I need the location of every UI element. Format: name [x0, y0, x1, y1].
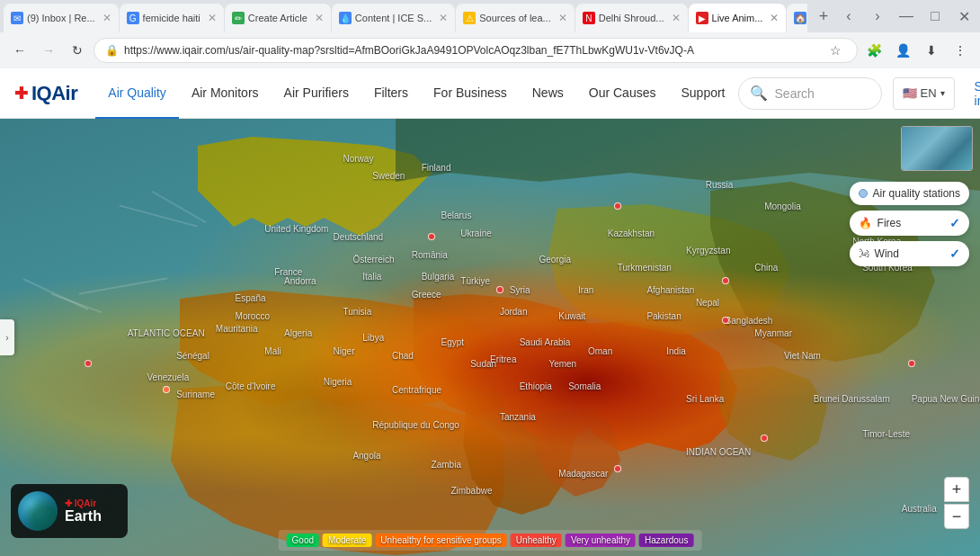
- fires-chip[interactable]: 🔥 Fires ✓: [850, 211, 969, 236]
- signin-button[interactable]: Sign in: [962, 77, 980, 110]
- browser-tab-tab5[interactable]: ⚠ Sources of lea... ✕: [456, 4, 575, 32]
- flag-selector[interactable]: 🇺🇸 EN ▾: [893, 77, 955, 110]
- legend-item-unhealthy-for-sensitive-groups: Unhealthy for sensitive groups: [375, 534, 507, 547]
- extensions-button[interactable]: 🧩: [861, 38, 886, 63]
- wind-label: Wind: [875, 247, 944, 260]
- browser-tab-tab2[interactable]: G femicide haiti ✕: [120, 4, 224, 32]
- zoom-controls: + −: [944, 477, 969, 529]
- map-marker-9[interactable]: [163, 386, 170, 393]
- earth-logo-mark: ✚ IQAir: [65, 498, 102, 508]
- iqair-earth-badge[interactable]: ✚ IQAir Earth: [11, 484, 128, 538]
- air-quality-stations-label: Air quality stations: [873, 187, 960, 200]
- browser-tab-tab4[interactable]: 💧 Content | ICE S... ✕: [332, 4, 455, 32]
- forward-button[interactable]: →: [36, 38, 61, 63]
- logo-text: IQAir: [31, 82, 77, 105]
- nav-link-filters[interactable]: Filters: [361, 68, 421, 119]
- iqair-logo[interactable]: ✚ IQAir: [14, 82, 77, 105]
- close-tab-icon[interactable]: ✕: [770, 12, 779, 24]
- url-text: https://www.iqair.com/us/air-quality-map…: [124, 44, 819, 57]
- search-box[interactable]: 🔍 Search: [738, 77, 882, 110]
- air-station-dot: [859, 189, 868, 198]
- tab-label: Live Anim...: [712, 13, 763, 23]
- sidebar-toggle-button[interactable]: ›: [0, 319, 14, 355]
- nav-link-air-purifiers[interactable]: Air Purifiers: [272, 68, 361, 119]
- legend-item-very-unhealthy: Very unhealthy: [566, 534, 636, 547]
- tab-label: Create Article: [248, 13, 307, 23]
- iqair-navbar: ✚ IQAir Air QualityAir MonitorsAir Purif…: [0, 68, 980, 119]
- map-marker-6[interactable]: [908, 360, 915, 367]
- nav-link-support[interactable]: Support: [668, 68, 737, 119]
- downloads-button[interactable]: ⬇: [919, 38, 944, 63]
- chevron-down-icon: ▾: [940, 88, 945, 98]
- wind-chip[interactable]: 🌬 Wind ✓: [850, 241, 969, 266]
- earth-label: ✚ IQAir Earth: [65, 498, 102, 525]
- search-icon: 🔍: [750, 85, 768, 102]
- map-marker-7[interactable]: [761, 435, 768, 442]
- close-tab-icon[interactable]: ✕: [315, 12, 324, 24]
- legend-label-text: Unhealthy: [516, 535, 557, 545]
- maximize-button[interactable]: □: [922, 4, 948, 29]
- nav-links: Air QualityAir MonitorsAir PurifiersFilt…: [95, 68, 737, 119]
- tab-favicon: ✉: [11, 12, 23, 24]
- logo-cross-icon: ✚: [14, 84, 28, 103]
- wind-icon: 🌬: [859, 247, 869, 260]
- close-tab-icon[interactable]: ✕: [558, 12, 567, 24]
- address-bar[interactable]: 🔒 https://www.iqair.com/us/air-quality-m…: [94, 38, 858, 63]
- tab-label: Content | ICE S...: [355, 13, 432, 23]
- bookmark-button[interactable]: ☆: [824, 40, 846, 61]
- earth-globe-icon: [18, 491, 58, 531]
- new-tab-button[interactable]: +: [811, 4, 836, 29]
- close-tab-icon[interactable]: ✕: [439, 12, 448, 24]
- map-container[interactable]: RussiaSwedenNorwayFinlandUnited KingdomF…: [0, 119, 980, 556]
- browser-tab-tab3[interactable]: ✏ Create Article ✕: [225, 4, 331, 32]
- legend-item-good: Good: [287, 534, 319, 547]
- nav-link-our-causes[interactable]: Our Causes: [576, 68, 669, 119]
- browser-tab-tab8[interactable]: 🏠 Home · 95.5 C... ✕: [787, 4, 807, 32]
- tabs-container: ✉ (9) Inbox | Re... ✕ G femicide haiti ✕…: [4, 0, 807, 32]
- legend-label-text: Moderate: [328, 535, 366, 545]
- tab-favicon: 💧: [339, 12, 352, 24]
- nav-link-for-business[interactable]: For Business: [421, 68, 520, 119]
- air-quality-stations-chip[interactable]: Air quality stations: [850, 182, 969, 205]
- nav-link-news[interactable]: News: [520, 68, 576, 119]
- legend-item-unhealthy: Unhealthy: [511, 534, 562, 547]
- map-marker-3[interactable]: [722, 317, 729, 324]
- browser-tab-tab1[interactable]: ✉ (9) Inbox | Re... ✕: [4, 4, 119, 32]
- fire-icon: 🔥: [859, 217, 872, 229]
- close-tab-icon[interactable]: ✕: [672, 12, 681, 24]
- close-tab-icon[interactable]: ✕: [102, 12, 111, 24]
- map-marker-8[interactable]: [614, 465, 621, 472]
- nav-link-air-quality[interactable]: Air Quality: [95, 68, 179, 119]
- back-button[interactable]: ←: [7, 38, 32, 63]
- browser-tab-tab6[interactable]: N Delhi Shroud... ✕: [575, 4, 688, 32]
- tab-label: Sources of lea...: [479, 13, 551, 23]
- reload-button[interactable]: ↻: [65, 38, 90, 63]
- close-button[interactable]: ✕: [951, 4, 976, 29]
- tab-favicon: 🏠: [794, 12, 806, 24]
- legend-label-text: Unhealthy for sensitive groups: [380, 535, 502, 545]
- legend-item-hazardous: Hazardous: [639, 534, 693, 547]
- flag-icon: 🇺🇸: [903, 86, 917, 100]
- map-marker-2[interactable]: [722, 277, 729, 284]
- map-marker-5[interactable]: [85, 360, 92, 367]
- profile-button[interactable]: 👤: [890, 38, 915, 63]
- tab-bar: ✉ (9) Inbox | Re... ✕ G femicide haiti ✕…: [0, 0, 980, 32]
- language-label: EN: [921, 86, 937, 100]
- map-marker-0[interactable]: [428, 233, 435, 240]
- close-tab-icon[interactable]: ✕: [208, 12, 217, 24]
- map-marker-1[interactable]: [614, 202, 621, 210]
- map-marker-4[interactable]: [496, 286, 503, 293]
- mini-map: [901, 126, 973, 171]
- browser-tab-tab7[interactable]: ▶ Live Anim... ✕: [689, 4, 787, 32]
- minimize-button[interactable]: —: [894, 4, 919, 29]
- tab-favicon: G: [127, 12, 139, 24]
- zoom-in-button[interactable]: +: [944, 477, 969, 502]
- wind-check-icon: ✓: [949, 247, 960, 261]
- tab-scroll-right[interactable]: ›: [865, 4, 890, 29]
- tab-favicon: ▶: [696, 12, 708, 24]
- zoom-out-button[interactable]: −: [944, 504, 969, 529]
- browser-menu-button[interactable]: ⋮: [948, 38, 973, 63]
- tab-scroll-left[interactable]: ‹: [836, 4, 861, 29]
- fires-label: Fires: [878, 217, 944, 229]
- nav-link-air-monitors[interactable]: Air Monitors: [179, 68, 272, 119]
